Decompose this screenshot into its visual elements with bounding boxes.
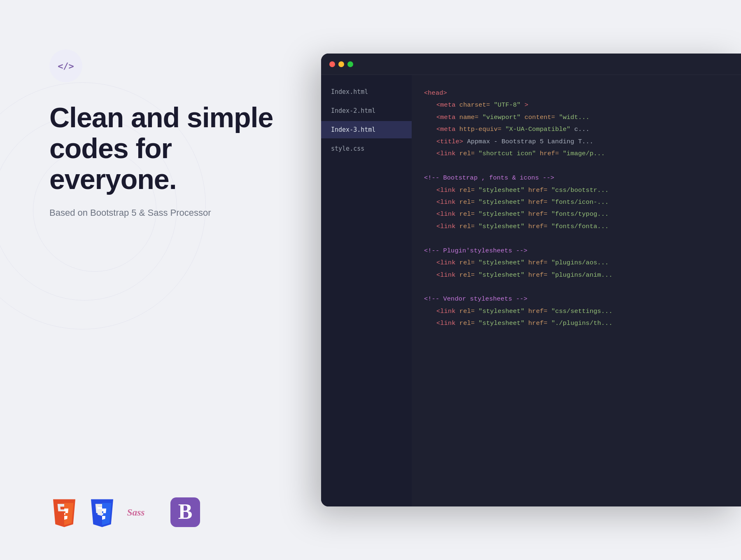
code-link-fonts-typo: <link rel= "stylesheet" href= "fonts/typ… (424, 208, 729, 220)
code-link-plugins-aos: <link rel= "stylesheet" href= "plugins/a… (424, 257, 729, 269)
code-link-fonts-icon: <link rel= "stylesheet" href= "fonts/ico… (424, 196, 729, 208)
page-layout: </> Clean and simple codes for everyone.… (0, 0, 741, 560)
html5-logo (49, 497, 79, 527)
editor-titlebar (321, 54, 741, 75)
code-link-plugins-anim: <link rel= "stylesheet" href= "plugins/a… (424, 269, 729, 281)
code-line-link-icon: <link rel= "shortcut icon" href= "image/… (424, 148, 729, 160)
code-line-head: <head> (424, 87, 729, 99)
right-panel: Index.html Index-2.html Index-3.html sty… (313, 0, 741, 560)
close-button-dot[interactable] (329, 61, 335, 67)
code-icon-badge: </> (49, 49, 82, 82)
file-index-html[interactable]: Index.html (321, 83, 412, 100)
code-blank-2 (424, 233, 729, 245)
file-index-3-html[interactable]: Index-3.html (321, 121, 412, 138)
css3-logo (87, 497, 117, 527)
file-index-2-html[interactable]: Index-2.html (321, 102, 412, 119)
bootstrap-logo: B (170, 497, 200, 527)
code-line-meta-charset: <meta charset= "UTF-8" > (424, 99, 729, 111)
maximize-button-dot[interactable] (347, 61, 353, 67)
editor-window: Index.html Index-2.html Index-3.html sty… (321, 54, 741, 506)
svg-text:B: B (178, 500, 193, 523)
code-icon: </> (58, 61, 74, 71)
hero-title: Clean and simple codes for everyone. (49, 102, 280, 194)
svg-marker-8 (97, 507, 102, 510)
editor-file-sidebar: Index.html Index-2.html Index-3.html sty… (321, 75, 412, 506)
minimize-button-dot[interactable] (338, 61, 344, 67)
code-link-fonts-fonta: <link rel= "stylesheet" href= "fonts/fon… (424, 221, 729, 233)
sass-logo: Sass (125, 497, 162, 527)
code-link-bootstrap-css: <link rel= "stylesheet" href= "css/boots… (424, 184, 729, 196)
code-comment-vendor: <!-- Vendor stylesheets --> (424, 293, 729, 305)
code-line-title: <title> Appmax - Bootstrap 5 Landing T..… (424, 136, 729, 148)
left-panel: </> Clean and simple codes for everyone.… (0, 0, 313, 560)
code-comment-bootstrap: <!-- Bootstrap , fonts & icons --> (424, 172, 729, 184)
code-link-plugins-theme: <link rel= "stylesheet" href= "./plugins… (424, 317, 729, 329)
code-line-meta-compat: <meta http-equiv= "X-UA-Compatible" c... (424, 124, 729, 135)
code-content: <head> <meta charset= "UTF-8" > <meta na… (412, 75, 741, 506)
code-link-css-settings: <link rel= "stylesheet" href= "css/setti… (424, 306, 729, 317)
svg-text:Sass: Sass (127, 507, 145, 518)
tech-logos: Sass B (49, 497, 280, 527)
code-line-meta-viewport: <meta name= "viewport" content= "widt... (424, 112, 729, 124)
code-comment-plugins: <!-- Plugin'stylesheets --> (424, 245, 729, 257)
code-blank-3 (424, 281, 729, 293)
editor-body: Index.html Index-2.html Index-3.html sty… (321, 75, 741, 506)
code-blank-1 (424, 160, 729, 172)
file-style-css[interactable]: style.css (321, 140, 412, 157)
hero-subtitle: Based on Bootstrap 5 & Sass Processor (49, 208, 280, 218)
